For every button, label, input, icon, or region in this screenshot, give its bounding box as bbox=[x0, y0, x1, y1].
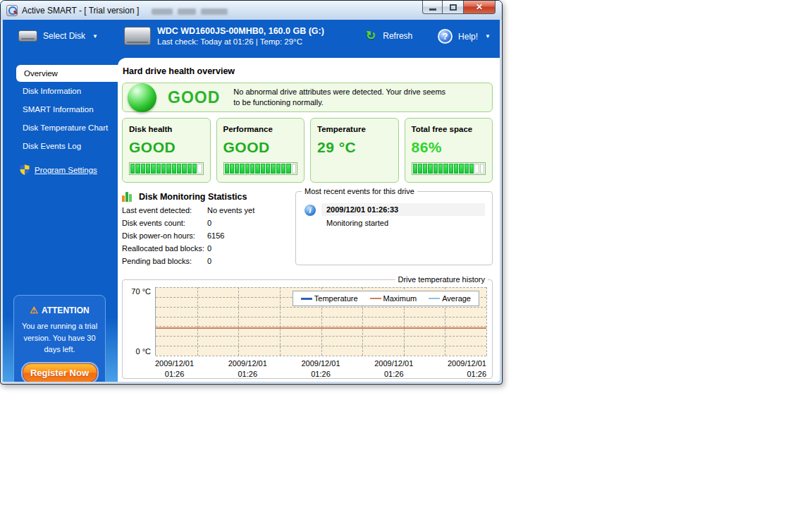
events-panel-title: Most recent events for this drive bbox=[302, 187, 417, 195]
event-item: i 2009/12/01 01:26:33 Monitoring started bbox=[304, 203, 485, 227]
y-tick-top: 70 °C bbox=[131, 287, 151, 296]
x-tick-label: 2009/12/0101:26 bbox=[228, 358, 267, 380]
maximize-icon bbox=[450, 4, 457, 11]
card-title: Performance bbox=[223, 125, 298, 133]
refresh-button[interactable]: ↻ Refresh bbox=[366, 31, 412, 41]
trial-attention-panel: ⚠ ATTENTION You are running a trial vers… bbox=[13, 295, 106, 382]
app-body: Select Disk ▼ WDC WD1600JS-00MHB0, 160.0… bbox=[3, 20, 500, 382]
card-value: 29 °C bbox=[317, 139, 392, 156]
stats-row: Disk power-on hours:6156 bbox=[122, 231, 290, 240]
shield-icon bbox=[20, 164, 30, 175]
current-drive-info: WDC WD1600JS-00MHB0, 160.0 GB (G:) Last … bbox=[124, 26, 324, 46]
refresh-label: Refresh bbox=[383, 31, 412, 41]
disk-icon bbox=[18, 30, 37, 42]
average-swatch bbox=[429, 298, 440, 299]
x-axis-labels: 2009/12/0101:262009/12/0101:262009/12/01… bbox=[155, 358, 486, 380]
stats-row: Disk events count:0 bbox=[122, 219, 290, 227]
y-tick-bottom: 0 °C bbox=[135, 347, 151, 356]
stats-title: Disk Monitoring Statistics bbox=[139, 192, 247, 202]
sidebar-item-disk-temperature-chart[interactable]: Disk Temperature Chart bbox=[3, 119, 118, 137]
legend-temperature: Temperature bbox=[301, 294, 358, 303]
close-icon: ✕ bbox=[476, 2, 483, 12]
hard-drive-icon bbox=[124, 27, 151, 45]
temperature-swatch bbox=[301, 298, 312, 300]
stats-row: Pending bad blocks:0 bbox=[122, 257, 290, 265]
window-title: Active SMART - [ Trial version ] bbox=[22, 6, 139, 16]
register-now-button[interactable]: Register Now bbox=[23, 363, 97, 382]
temperature-history-chart: Drive temperature history 70 °C 0 °C Tem… bbox=[122, 279, 493, 379]
attention-title: ATTENTION bbox=[42, 306, 90, 315]
disk-health-bar bbox=[129, 162, 204, 175]
status-label: GOOD bbox=[168, 88, 220, 107]
summary-cards: Disk health GOOD Performance GOOD Temper… bbox=[122, 118, 493, 183]
card-value: GOOD bbox=[223, 139, 298, 156]
drive-name: WDC WD1600JS-00MHB0, 160.0 GB (G:) bbox=[157, 26, 324, 36]
chart-legend: Temperature Maximum Average bbox=[293, 291, 479, 306]
page-title: Hard drive health overview bbox=[123, 66, 493, 76]
bar-chart-icon bbox=[122, 191, 134, 202]
card-total-free-space: Total free space 86% bbox=[405, 118, 493, 183]
chart-title: Drive temperature history bbox=[395, 275, 488, 284]
chevron-down-icon: ▼ bbox=[92, 33, 98, 40]
disk-monitoring-statistics: Disk Monitoring Statistics Last event de… bbox=[122, 191, 290, 265]
sidebar-item-disk-events-log[interactable]: Disk Events Log bbox=[3, 137, 118, 155]
warning-icon: ⚠ bbox=[30, 305, 38, 315]
help-icon: ? bbox=[438, 29, 453, 44]
stats-row: Reallocated bad blocks:0 bbox=[122, 244, 290, 253]
card-disk-health: Disk health GOOD bbox=[122, 118, 211, 183]
program-settings-label: Program Settings bbox=[35, 166, 97, 174]
sidebar-item-disk-information[interactable]: Disk Information bbox=[3, 82, 118, 100]
temperature-line bbox=[156, 327, 486, 329]
maximize-button[interactable] bbox=[443, 1, 463, 14]
x-tick-label: 2009/12/0101:26 bbox=[301, 358, 340, 380]
background-window-ghost bbox=[152, 7, 233, 17]
main-content: Hard drive health overview GOOD No abnor… bbox=[118, 58, 500, 382]
help-label: Help! bbox=[458, 32, 478, 42]
stats-row: Last event detected:No events yet bbox=[122, 206, 290, 214]
refresh-icon: ↻ bbox=[366, 31, 376, 41]
status-message: No abnormal drive attributes were detect… bbox=[233, 87, 448, 108]
minimize-button[interactable] bbox=[422, 1, 443, 14]
card-title: Total free space bbox=[412, 125, 486, 133]
select-disk-label: Select Disk bbox=[43, 31, 85, 41]
attention-text: You are running a trial version. You hav… bbox=[20, 320, 99, 356]
chevron-down-icon: ▼ bbox=[485, 33, 491, 40]
card-performance: Performance GOOD bbox=[216, 118, 305, 183]
sidebar: Overview Disk Information SMART Informat… bbox=[3, 58, 118, 382]
app-icon bbox=[6, 5, 18, 16]
good-status-orb-icon bbox=[128, 83, 156, 112]
legend-maximum: Maximum bbox=[370, 294, 417, 303]
maximum-swatch bbox=[370, 298, 381, 299]
minimize-icon bbox=[429, 8, 436, 11]
card-value: GOOD bbox=[129, 139, 204, 156]
y-axis-labels: 70 °C 0 °C bbox=[123, 287, 155, 356]
close-button[interactable]: ✕ bbox=[463, 1, 496, 14]
card-title: Temperature bbox=[317, 125, 392, 133]
drive-meta: Last check: Today at 01:26 | Temp: 29°C bbox=[157, 37, 324, 46]
title-bar[interactable]: Active SMART - [ Trial version ] ✕ bbox=[1, 1, 502, 20]
event-timestamp: 2009/12/01 01:26:33 bbox=[321, 203, 485, 216]
health-status-banner: GOOD No abnormal drive attributes were d… bbox=[122, 83, 493, 112]
x-tick-label: 2009/12/0101:26 bbox=[155, 358, 194, 380]
legend-average: Average bbox=[429, 294, 471, 303]
chart-plot-area: Temperature Maximum Average bbox=[155, 287, 486, 356]
help-button[interactable]: ? Help! ▼ bbox=[438, 29, 491, 44]
x-tick-label: 2009/12/0101:26 bbox=[448, 358, 486, 380]
app-window: Active SMART - [ Trial version ] ✕ Selec… bbox=[0, 0, 503, 385]
performance-bar bbox=[223, 162, 298, 175]
sidebar-item-smart-information[interactable]: SMART Information bbox=[3, 100, 118, 119]
sidebar-item-program-settings[interactable]: Program Settings bbox=[20, 164, 118, 175]
event-text: Monitoring started bbox=[321, 216, 485, 227]
card-title: Disk health bbox=[129, 125, 204, 133]
info-icon: i bbox=[304, 205, 316, 216]
sidebar-item-overview[interactable]: Overview bbox=[16, 65, 118, 82]
x-tick-label: 2009/12/0101:26 bbox=[374, 358, 413, 380]
select-disk-button[interactable]: Select Disk ▼ bbox=[18, 30, 98, 42]
card-temperature: Temperature 29 °C bbox=[310, 118, 399, 183]
card-value: 86% bbox=[412, 139, 486, 156]
toolbar: Select Disk ▼ WDC WD1600JS-00MHB0, 160.0… bbox=[3, 20, 500, 58]
recent-events-panel: Most recent events for this drive i 2009… bbox=[295, 191, 493, 265]
window-controls: ✕ bbox=[422, 1, 496, 14]
free-space-bar bbox=[412, 162, 486, 175]
